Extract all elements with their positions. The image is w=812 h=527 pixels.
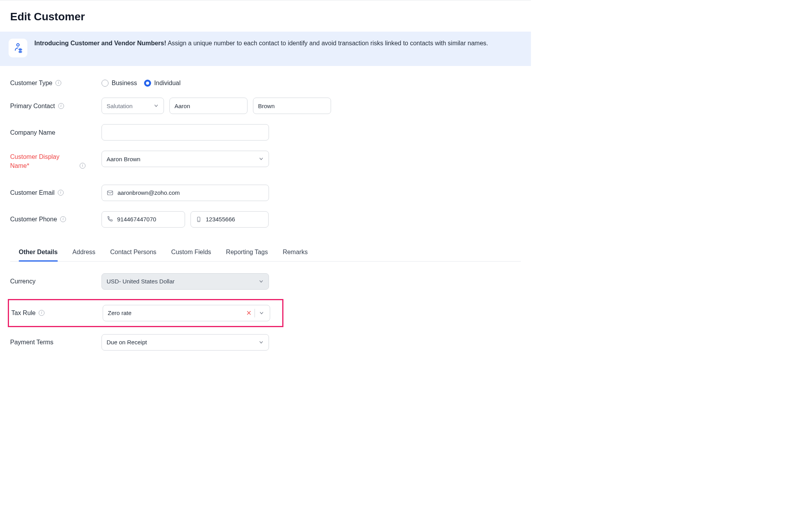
- tabs-container: Other Details Address Contact Persons Cu…: [10, 245, 521, 262]
- select-value: Due on Receipt: [107, 339, 255, 345]
- row-tax-rule: Tax Rule i Zero rate: [11, 305, 278, 321]
- company-name-input[interactable]: [102, 124, 269, 141]
- radio-individual[interactable]: Individual: [144, 80, 181, 87]
- radio-business[interactable]: Business: [102, 80, 137, 87]
- label-text: Customer Email: [10, 188, 55, 197]
- label-text: Currency: [10, 277, 36, 286]
- banner-rest: Assign a unique number to each contact t…: [166, 40, 488, 46]
- label-customer-email: Customer Email i: [10, 188, 102, 197]
- row-payment-terms: Payment Terms Due on Receipt: [10, 334, 521, 351]
- page-title: Edit Customer: [0, 0, 531, 32]
- info-banner: Introducing Customer and Vendor Numbers!…: [0, 32, 531, 66]
- select-value: USD- United States Dollar: [107, 278, 255, 285]
- clear-icon[interactable]: [243, 310, 255, 315]
- chevron-down-icon: [258, 279, 264, 284]
- svg-point-0: [17, 44, 19, 46]
- work-phone-input[interactable]: [102, 211, 185, 228]
- customer-type-radio-group: Business Individual: [102, 80, 181, 87]
- tab-custom-fields[interactable]: Custom Fields: [171, 245, 211, 261]
- row-primary-contact: Primary Contact i Salutation: [10, 98, 521, 114]
- banner-bold: Introducing Customer and Vendor Numbers!: [34, 40, 166, 46]
- company-name-field[interactable]: [107, 129, 264, 136]
- label-customer-type: Customer Type i: [10, 78, 102, 87]
- select-value: Aaron Brown: [107, 156, 255, 162]
- tab-other-details[interactable]: Other Details: [19, 245, 58, 261]
- mail-icon: [107, 189, 114, 196]
- label-text: Customer Phone: [10, 215, 57, 224]
- mobile-phone-input[interactable]: [191, 211, 269, 228]
- tabs: Other Details Address Contact Persons Cu…: [10, 245, 521, 262]
- select-value: Zero rate: [103, 310, 243, 316]
- chevron-down-icon[interactable]: [256, 310, 266, 316]
- label-text: Tax Rule: [11, 308, 36, 317]
- email-input[interactable]: [102, 185, 269, 201]
- radio-icon: [144, 80, 151, 87]
- label-payment-terms: Payment Terms: [10, 338, 102, 347]
- email-field[interactable]: [118, 189, 264, 196]
- work-phone-field[interactable]: [117, 216, 180, 223]
- label-text: Payment Terms: [10, 338, 53, 347]
- row-customer-email: Customer Email i: [10, 185, 521, 201]
- tab-address[interactable]: Address: [73, 245, 96, 261]
- radio-label: Individual: [154, 80, 181, 87]
- info-icon[interactable]: i: [58, 190, 64, 196]
- tab-remarks[interactable]: Remarks: [283, 245, 308, 261]
- tax-rule-select[interactable]: Zero rate: [103, 305, 270, 321]
- contact-number-icon: [13, 43, 23, 53]
- chevron-down-icon: [153, 103, 159, 109]
- label-company-name: Company Name: [10, 128, 102, 137]
- tax-rule-highlight: Tax Rule i Zero rate: [8, 299, 283, 327]
- tab-reporting-tags[interactable]: Reporting Tags: [226, 245, 268, 261]
- last-name-input[interactable]: [253, 98, 331, 114]
- payment-terms-select[interactable]: Due on Receipt: [102, 334, 269, 351]
- chevron-down-icon: [258, 340, 264, 345]
- label-text: Customer Display Name*: [10, 152, 77, 170]
- row-display-name: Customer Display Name* i Aaron Brown: [10, 151, 521, 170]
- svg-rect-1: [107, 191, 113, 195]
- chevron-down-icon: [258, 156, 264, 162]
- row-customer-phone: Customer Phone i: [10, 211, 521, 228]
- row-customer-type: Customer Type i Business Individual: [10, 78, 521, 87]
- divider: [255, 309, 255, 317]
- label-tax-rule: Tax Rule i: [11, 308, 103, 317]
- label-currency: Currency: [10, 277, 102, 286]
- label-display-name: Customer Display Name* i: [10, 151, 102, 170]
- radio-icon: [102, 80, 109, 87]
- label-text: Customer Type: [10, 78, 52, 87]
- row-currency: Currency USD- United States Dollar: [10, 273, 521, 290]
- salutation-select[interactable]: Salutation: [102, 98, 164, 114]
- select-placeholder: Salutation: [107, 103, 150, 109]
- first-name-input[interactable]: [169, 98, 248, 114]
- info-icon[interactable]: i: [58, 103, 64, 109]
- info-icon[interactable]: i: [55, 80, 61, 86]
- banner-icon-wrap: [9, 39, 27, 57]
- mobile-icon: [196, 216, 202, 223]
- label-text: Primary Contact: [10, 101, 55, 110]
- info-icon[interactable]: i: [80, 163, 85, 169]
- last-name-field[interactable]: [258, 103, 326, 109]
- row-company-name: Company Name: [10, 124, 521, 141]
- label-primary-contact: Primary Contact i: [10, 101, 102, 110]
- label-customer-phone: Customer Phone i: [10, 215, 102, 224]
- banner-text: Introducing Customer and Vendor Numbers!…: [34, 39, 488, 48]
- phone-icon: [107, 216, 113, 223]
- label-text: Company Name: [10, 128, 55, 137]
- mobile-phone-field[interactable]: [206, 216, 264, 223]
- currency-select[interactable]: USD- United States Dollar: [102, 273, 269, 290]
- combo-actions: [243, 305, 270, 321]
- info-icon[interactable]: i: [60, 216, 66, 222]
- first-name-field[interactable]: [175, 103, 242, 109]
- info-icon[interactable]: i: [39, 310, 45, 316]
- radio-label: Business: [112, 80, 137, 87]
- tab-contact-persons[interactable]: Contact Persons: [110, 245, 156, 261]
- display-name-select[interactable]: Aaron Brown: [102, 151, 269, 167]
